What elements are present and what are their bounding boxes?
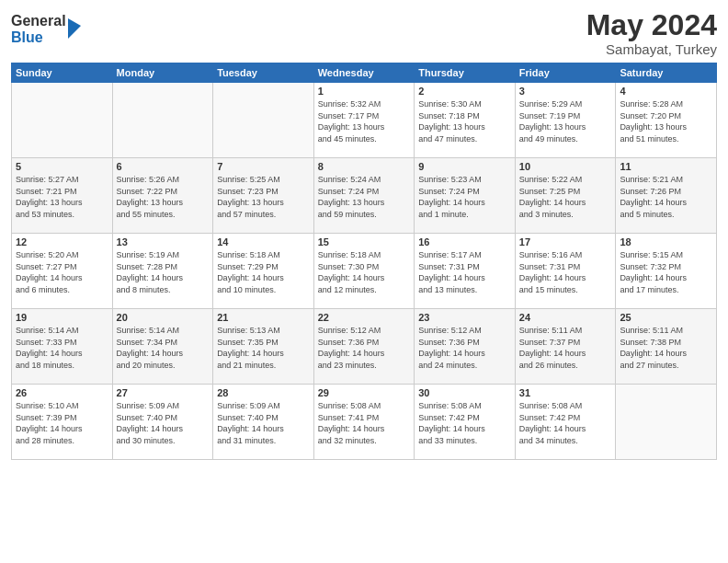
calendar-cell-w3-d5: 24Sunrise: 5:11 AM Sunset: 7:37 PM Dayli… [515,309,616,385]
day-number: 24 [519,312,612,323]
day-number: 19 [16,312,108,323]
logo-general-text: General [11,13,66,29]
day-info: Sunrise: 5:18 AM Sunset: 7:29 PM Dayligh… [217,249,310,295]
day-number: 29 [318,387,411,398]
header-friday: Friday [515,63,616,83]
calendar-cell-w3-d2: 21Sunrise: 5:13 AM Sunset: 7:35 PM Dayli… [213,309,314,385]
day-number: 8 [318,161,411,172]
day-info: Sunrise: 5:13 AM Sunset: 7:35 PM Dayligh… [217,325,310,371]
day-info: Sunrise: 5:16 AM Sunset: 7:31 PM Dayligh… [519,249,612,295]
calendar-cell-w0-d1 [112,83,213,158]
calendar-cell-w4-d5: 31Sunrise: 5:08 AM Sunset: 7:42 PM Dayli… [515,385,616,460]
day-number: 20 [117,312,210,323]
calendar-cell-w3-d1: 20Sunrise: 5:14 AM Sunset: 7:34 PM Dayli… [112,309,213,385]
day-number: 26 [16,387,108,398]
day-number: 18 [620,236,712,247]
header-monday: Monday [112,63,213,83]
calendar-cell-w2-d6: 18Sunrise: 5:15 AM Sunset: 7:32 PM Dayli… [616,234,717,309]
location-subtitle: Sambayat, Turkey [586,41,717,57]
day-info: Sunrise: 5:09 AM Sunset: 7:40 PM Dayligh… [117,400,210,446]
day-info: Sunrise: 5:28 AM Sunset: 7:20 PM Dayligh… [620,98,712,144]
day-number: 21 [217,312,310,323]
calendar-cell-w4-d1: 27Sunrise: 5:09 AM Sunset: 7:40 PM Dayli… [112,385,213,460]
calendar-table: Sunday Monday Tuesday Wednesday Thursday… [11,63,717,460]
day-info: Sunrise: 5:23 AM Sunset: 7:24 PM Dayligh… [418,174,511,220]
calendar-cell-w1-d2: 7Sunrise: 5:25 AM Sunset: 7:23 PM Daylig… [213,158,314,234]
page-container: General Blue May 2024 Sambayat, Turkey S… [0,0,728,563]
calendar-cell-w4-d3: 29Sunrise: 5:08 AM Sunset: 7:41 PM Dayli… [313,385,415,460]
day-info: Sunrise: 5:15 AM Sunset: 7:32 PM Dayligh… [620,249,712,295]
calendar-cell-w1-d6: 11Sunrise: 5:21 AM Sunset: 7:26 PM Dayli… [616,158,717,234]
day-info: Sunrise: 5:08 AM Sunset: 7:42 PM Dayligh… [418,400,511,446]
day-number: 14 [217,236,310,247]
calendar-cell-w3-d4: 23Sunrise: 5:12 AM Sunset: 7:36 PM Dayli… [415,309,516,385]
day-info: Sunrise: 5:09 AM Sunset: 7:40 PM Dayligh… [217,400,310,446]
calendar-cell-w1-d0: 5Sunrise: 5:27 AM Sunset: 7:21 PM Daylig… [12,158,113,234]
day-info: Sunrise: 5:21 AM Sunset: 7:26 PM Dayligh… [620,174,712,220]
header-tuesday: Tuesday [213,63,314,83]
calendar-cell-w0-d0 [12,83,113,158]
day-number: 2 [418,86,511,97]
calendar-cell-w2-d0: 12Sunrise: 5:20 AM Sunset: 7:27 PM Dayli… [12,234,113,309]
day-number: 6 [117,161,210,172]
day-info: Sunrise: 5:19 AM Sunset: 7:28 PM Dayligh… [117,249,210,295]
day-info: Sunrise: 5:18 AM Sunset: 7:30 PM Dayligh… [318,249,411,295]
day-info: Sunrise: 5:27 AM Sunset: 7:21 PM Dayligh… [16,174,108,220]
week-row-2: 12Sunrise: 5:20 AM Sunset: 7:27 PM Dayli… [12,234,717,309]
header-wednesday: Wednesday [313,63,415,83]
logo-blue-text: Blue [11,29,66,46]
calendar-header-row: Sunday Monday Tuesday Wednesday Thursday… [12,63,717,83]
calendar-cell-w3-d0: 19Sunrise: 5:14 AM Sunset: 7:33 PM Dayli… [12,309,113,385]
calendar-cell-w0-d2 [213,83,314,158]
day-info: Sunrise: 5:12 AM Sunset: 7:36 PM Dayligh… [318,325,411,371]
calendar-cell-w1-d3: 8Sunrise: 5:24 AM Sunset: 7:24 PM Daylig… [313,158,415,234]
day-info: Sunrise: 5:22 AM Sunset: 7:25 PM Dayligh… [519,174,612,220]
header-sunday: Sunday [12,63,113,83]
day-info: Sunrise: 5:25 AM Sunset: 7:23 PM Dayligh… [217,174,310,220]
week-row-0: 1Sunrise: 5:32 AM Sunset: 7:17 PM Daylig… [12,83,717,158]
day-number: 30 [418,387,511,398]
day-number: 22 [318,312,411,323]
day-number: 1 [318,86,411,97]
day-info: Sunrise: 5:14 AM Sunset: 7:34 PM Dayligh… [117,325,210,371]
week-row-1: 5Sunrise: 5:27 AM Sunset: 7:21 PM Daylig… [12,158,717,234]
day-info: Sunrise: 5:30 AM Sunset: 7:18 PM Dayligh… [418,98,511,144]
day-number: 25 [620,312,712,323]
day-info: Sunrise: 5:17 AM Sunset: 7:31 PM Dayligh… [418,249,511,295]
day-number: 7 [217,161,310,172]
day-info: Sunrise: 5:24 AM Sunset: 7:24 PM Dayligh… [318,174,411,220]
calendar-cell-w0-d6: 4Sunrise: 5:28 AM Sunset: 7:20 PM Daylig… [616,83,717,158]
calendar-cell-w0-d5: 3Sunrise: 5:29 AM Sunset: 7:19 PM Daylig… [515,83,616,158]
day-info: Sunrise: 5:20 AM Sunset: 7:27 PM Dayligh… [16,249,108,295]
header: General Blue May 2024 Sambayat, Turkey [11,9,717,57]
day-number: 31 [519,387,612,398]
day-number: 15 [318,236,411,247]
month-year-title: May 2024 [586,9,717,41]
calendar-cell-w4-d2: 28Sunrise: 5:09 AM Sunset: 7:40 PM Dayli… [213,385,314,460]
calendar-cell-w1-d4: 9Sunrise: 5:23 AM Sunset: 7:24 PM Daylig… [415,158,516,234]
day-info: Sunrise: 5:11 AM Sunset: 7:37 PM Dayligh… [519,325,612,371]
week-row-3: 19Sunrise: 5:14 AM Sunset: 7:33 PM Dayli… [12,309,717,385]
day-number: 17 [519,236,612,247]
day-number: 28 [217,387,310,398]
day-info: Sunrise: 5:14 AM Sunset: 7:33 PM Dayligh… [16,325,108,371]
day-number: 23 [418,312,511,323]
logo: General Blue [11,13,81,45]
logo-icon [68,18,81,39]
calendar-cell-w4-d4: 30Sunrise: 5:08 AM Sunset: 7:42 PM Dayli… [415,385,516,460]
day-info: Sunrise: 5:10 AM Sunset: 7:39 PM Dayligh… [16,400,108,446]
day-number: 3 [519,86,612,97]
day-number: 10 [519,161,612,172]
calendar-cell-w2-d4: 16Sunrise: 5:17 AM Sunset: 7:31 PM Dayli… [415,234,516,309]
calendar-cell-w2-d2: 14Sunrise: 5:18 AM Sunset: 7:29 PM Dayli… [213,234,314,309]
calendar-cell-w3-d3: 22Sunrise: 5:12 AM Sunset: 7:36 PM Dayli… [313,309,415,385]
day-info: Sunrise: 5:32 AM Sunset: 7:17 PM Dayligh… [318,98,411,144]
day-info: Sunrise: 5:12 AM Sunset: 7:36 PM Dayligh… [418,325,511,371]
day-number: 11 [620,161,712,172]
week-row-4: 26Sunrise: 5:10 AM Sunset: 7:39 PM Dayli… [12,385,717,460]
day-info: Sunrise: 5:08 AM Sunset: 7:41 PM Dayligh… [318,400,411,446]
day-info: Sunrise: 5:29 AM Sunset: 7:19 PM Dayligh… [519,98,612,144]
day-number: 27 [117,387,210,398]
day-number: 5 [16,161,108,172]
calendar-cell-w2-d1: 13Sunrise: 5:19 AM Sunset: 7:28 PM Dayli… [112,234,213,309]
